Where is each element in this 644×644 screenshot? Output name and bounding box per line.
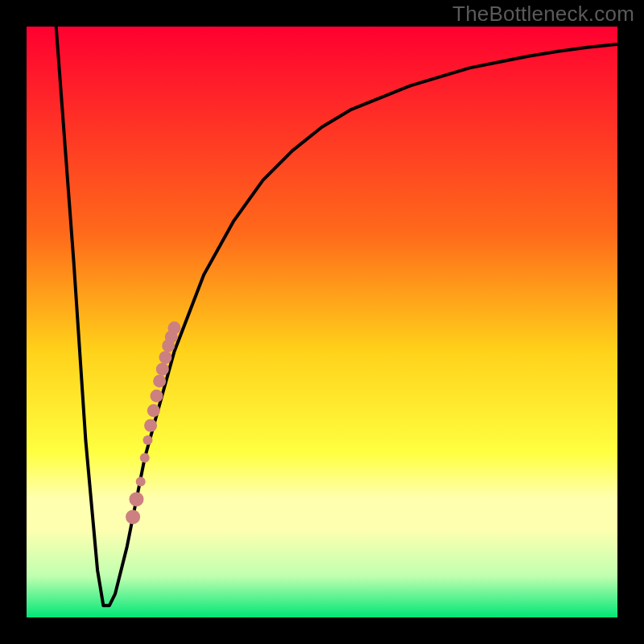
watermark-text: TheBottleneck.com	[452, 2, 634, 27]
highlight-dot	[159, 351, 172, 364]
highlight-dot	[143, 436, 153, 445]
highlight-dot	[168, 321, 181, 334]
highlight-dot	[153, 374, 166, 387]
highlight-dot	[144, 419, 157, 432]
chart-container: TheBottleneck.com	[0, 0, 644, 644]
highlight-dot	[136, 477, 146, 486]
highlight-dot	[130, 492, 144, 506]
bottleneck-chart	[0, 0, 644, 644]
highlight-dot	[156, 363, 169, 376]
highlight-dot	[147, 404, 160, 417]
highlight-dot	[126, 510, 140, 524]
highlight-dot	[151, 390, 163, 402]
plot-background	[27, 27, 617, 617]
highlight-dot	[140, 453, 150, 463]
